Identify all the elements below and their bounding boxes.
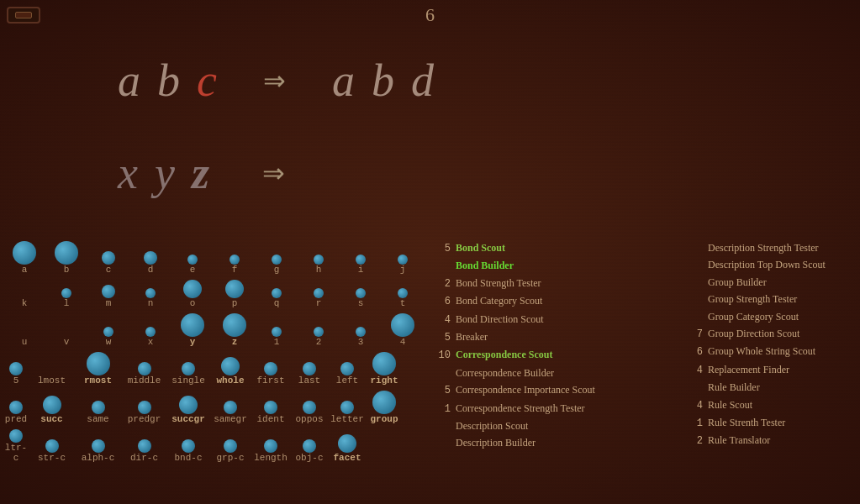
label-last: last [298,375,320,386]
label-strc: str-c [38,453,66,463]
cell-succgr: succgr [167,394,209,426]
cell-objc: obj-c [290,438,329,465]
label-middle: middle [128,375,161,386]
cell-right: right [366,350,403,387]
fr-label-rule-builder: Rule Builder [708,379,760,396]
dot-length [264,439,277,453]
fr-item-rule-builder: Rule Builder [689,379,857,396]
cell-s: s [340,286,382,310]
dot-5-num [9,362,23,375]
cell-h: h [298,253,340,276]
fr-num-rule-trans: 2 [689,433,703,449]
dot-i [356,255,366,265]
cell-rmost: rmost [75,350,121,387]
far-right-list: Description Strength Tester Description … [689,239,857,450]
fr-label-grp-cat: Group Category Scout [708,308,799,325]
label-p: p [232,298,238,308]
label-pred: pred [5,414,27,424]
num-bond-scout: 5 [437,240,451,257]
letter-c-red: c [197,55,217,107]
fr-num-rule-str: 1 [689,415,703,432]
label-desc-builder: Description Builder [456,434,536,451]
fr-label-desc-str: Description Strength Tester [708,239,819,256]
cell-k: k [3,296,45,310]
dot-dirc [138,439,151,453]
label-single: single [171,375,205,386]
dot-grpc [224,439,237,453]
label-left: left [336,375,358,386]
dot-r [314,288,324,298]
label-y2: y [190,337,196,347]
dot-single [182,362,195,375]
dots-row-1: a b c d e f g [3,239,424,276]
cell-letter: letter [329,399,366,426]
letter-z: z [192,147,209,199]
dot-facet [338,434,356,453]
label-corr-imp: Correspondence Importance Scout [456,381,595,398]
dot-j [398,255,408,265]
dot-s [356,288,366,298]
cell-strc: str-c [29,438,75,465]
dot-z2 [223,313,246,337]
letter-b: b [157,55,180,107]
label-e: e [190,265,196,275]
dot-d [144,251,157,265]
fr-label-desc-topdown: Description Top Down Scout [708,256,826,273]
dot-n [145,288,156,298]
code-item-desc-builder: Description Builder [437,434,689,451]
label-oppos: oppos [295,414,323,424]
code-list: 5 Bond Scout Bond Builder 2 Bond Strengt… [437,239,689,452]
dots-row-4: 5 lmost rmost middle single whole [3,350,424,387]
dots-row-3: u v w x y z 1 [3,312,424,349]
label-o: o [190,298,196,308]
label-group: group [370,414,398,424]
dot-g [272,255,282,265]
cell-lmost: lmost [29,373,75,387]
cell-dirc: dir-c [121,438,167,465]
label-succ: succ [40,414,62,424]
cell-5-num: 5 [3,360,29,387]
fr-item-repl-finder: 4 Replacement Finder [689,361,857,379]
label-s: s [358,298,364,308]
fr-label-rule-scout: Rule Scout [708,396,752,413]
dot-strc [45,439,59,453]
dot-middle [138,362,151,375]
cell-samegr: samegr [209,399,251,426]
label-bond-builder: Bond Builder [456,257,514,274]
cell-2: 2 [298,325,340,349]
dot-left [340,362,354,375]
dot-same [92,401,105,414]
label-succgr: succgr [171,414,205,424]
dot-1 [272,327,282,337]
label-x2: x [148,337,154,347]
cell-alphc: alph-c [75,438,121,465]
label-objc: obj-c [295,453,323,463]
cell-o: o [171,278,214,310]
cell-last: last [290,360,329,387]
label-h: h [316,265,322,275]
label-corr-scout: Correspondence Scout [456,346,552,363]
letter-d: d [411,55,434,107]
label-right: right [370,375,398,386]
cell-g: g [256,253,298,276]
dot-p [225,280,244,298]
cell-facet: facet [329,433,366,465]
num-bond-cat: 6 [437,293,451,310]
fr-num-grp-dir: 7 [689,326,703,343]
dot-y2 [181,313,204,337]
label-corr-str: Correspondence Strength Tester [456,400,585,417]
label-ltrc: ltr-c [3,443,29,463]
fr-num-rule-scout: 4 [689,397,703,414]
code-item-corr-imp: 5 Correspondence Importance Scout [437,381,689,399]
dot-predgr [138,401,151,414]
fr-num-repl-finder: 4 [689,362,703,379]
cell-i: i [340,253,382,276]
cell-b: b [45,239,87,276]
cell-v: v [45,334,87,349]
label-samegr: samegr [214,414,247,424]
label-rmost: rmost [84,375,112,386]
code-item-breaker: 5 Breaker [437,328,689,346]
label-grpc: grp-c [216,453,244,463]
alphabet-section: a b c d e f g [3,239,424,466]
letter-x: x [118,147,138,199]
